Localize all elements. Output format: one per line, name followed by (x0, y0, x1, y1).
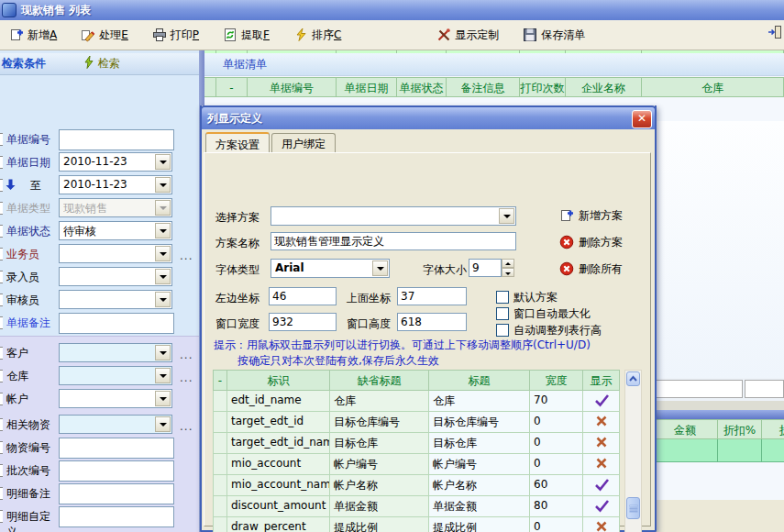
column-table-header-标识[interactable]: 标识 (227, 370, 330, 391)
table-row[interactable]: target_edt_id目标仓库编号目标仓库编号0 (213, 412, 620, 433)
帐户-combo[interactable] (59, 389, 172, 408)
checked-checkbox[interactable] (496, 324, 509, 337)
业务员-combo[interactable] (59, 244, 172, 263)
toolbar-button-process[interactable]: 处理E (75, 25, 134, 46)
column-table-header-显示[interactable]: 显示 (583, 370, 620, 391)
field-checkbox[interactable] (0, 133, 3, 146)
field-checkbox[interactable] (0, 418, 3, 431)
checkbox-默认方案[interactable]: 默认方案 (496, 291, 558, 304)
field-checkbox[interactable] (0, 347, 3, 360)
column-header-金额[interactable]: 金额 (653, 419, 718, 439)
column-header-单据日期[interactable]: 单据日期 (337, 77, 397, 97)
window-height-input[interactable] (397, 313, 467, 331)
toolbar-button-customize[interactable]: 显示定制 (431, 25, 504, 46)
table-row[interactable]: discount_amount单据金额单据金额80 (213, 496, 620, 517)
more-button[interactable]: ... (180, 249, 193, 262)
detail-grid-selected-row[interactable] (642, 439, 784, 462)
scrollbar-thumb[interactable] (626, 497, 640, 519)
delete-all-button[interactable]: 删除所有 (559, 259, 623, 279)
column-table-scrollbar[interactable] (624, 370, 642, 532)
物资编号-input[interactable] (59, 438, 174, 459)
table-row[interactable]: target_edt_id_nam目标仓库目标仓库0 (213, 433, 620, 454)
close-icon[interactable]: ✕ (632, 110, 652, 128)
column-header-仓库[interactable]: 仓库 (642, 77, 784, 97)
field-checkbox[interactable] (0, 225, 3, 238)
left-coord-input[interactable] (269, 287, 337, 305)
chevron-down-icon[interactable] (372, 260, 388, 276)
delete-plan-button[interactable]: 删除方案 (559, 232, 623, 252)
field-checkbox[interactable] (0, 370, 3, 382)
客户-combo[interactable] (59, 343, 172, 362)
field-checkbox[interactable] (0, 271, 3, 283)
column-table-header-缺省标题[interactable]: 缺省标题 (330, 370, 429, 391)
field-checkbox[interactable] (0, 156, 3, 169)
field-checkbox[interactable] (0, 316, 3, 329)
至-combo[interactable]: 2010-11-23 (59, 175, 172, 194)
toolbar-button-print[interactable]: 打印P (147, 25, 204, 46)
chevron-down-icon[interactable] (155, 345, 171, 360)
明细备注-input[interactable] (59, 483, 174, 504)
chevron-down-icon[interactable] (155, 223, 171, 238)
field-checkbox[interactable] (0, 248, 3, 260)
单据编号-input[interactable] (59, 129, 174, 150)
field-checkbox[interactable] (0, 202, 3, 215)
column-table-header--[interactable]: - (213, 370, 227, 391)
column-table-header-宽度[interactable]: 宽度 (530, 370, 583, 391)
field-checkbox[interactable] (0, 179, 3, 192)
单据备注-input[interactable] (59, 313, 174, 334)
checkbox-自动调整列表行高[interactable]: 自动调整列表行高 (496, 324, 602, 337)
table-row[interactable]: edt_id_name仓库仓库70 (213, 391, 620, 412)
审核员-combo[interactable] (59, 290, 172, 309)
table-row[interactable]: mio_account帐户编号帐户编号0 (213, 454, 620, 475)
font-size-input[interactable] (469, 259, 502, 277)
checked-checkbox[interactable] (496, 291, 509, 304)
table-row[interactable]: draw_percent提成比例提成比例0 (213, 517, 620, 532)
chevron-down-icon[interactable] (155, 154, 171, 170)
chevron-up-icon[interactable] (626, 371, 640, 386)
单据状态-combo[interactable]: 待审核 (59, 221, 172, 240)
plan-name-input[interactable] (271, 232, 516, 250)
exit-door-icon[interactable] (767, 25, 782, 42)
window-width-input[interactable] (269, 313, 337, 331)
仓库-combo[interactable] (59, 366, 172, 385)
toolbar-button-save-list[interactable]: 保存清单 (517, 25, 591, 46)
column-header-企业名称[interactable]: 企业名称 (566, 77, 642, 97)
field-checkbox[interactable] (0, 294, 3, 306)
column-header-打印次数[interactable]: 打印次数 (520, 77, 566, 97)
more-button[interactable]: ... (180, 349, 193, 361)
column-header-折[interactable]: 折 (762, 419, 784, 439)
chevron-down-icon[interactable] (155, 416, 171, 432)
unchecked-checkbox[interactable] (496, 307, 509, 320)
checkbox-窗口自动最大化[interactable]: 窗口自动最大化 (496, 307, 591, 320)
spin-down-icon[interactable] (502, 268, 514, 277)
录入员-combo[interactable] (59, 267, 172, 286)
column-table-header-标题[interactable]: 标题 (429, 370, 530, 391)
field-checkbox[interactable] (0, 510, 3, 523)
field-checkbox[interactable] (0, 487, 3, 500)
column-header--[interactable]: - (216, 77, 248, 97)
column-header-单据编号[interactable]: 单据编号 (248, 77, 337, 97)
批次编号-input[interactable] (59, 460, 174, 482)
相关物资-combo[interactable] (59, 415, 172, 434)
field-checkbox[interactable] (0, 393, 3, 405)
chevron-down-icon[interactable] (155, 368, 171, 383)
add-plan-button[interactable]: 新增方案 (559, 205, 623, 226)
field-checkbox[interactable] (0, 464, 3, 477)
明细自定义-input[interactable] (59, 506, 174, 527)
chevron-down-icon[interactable] (155, 269, 171, 284)
toolbar-button-sort[interactable]: 排序C (288, 25, 347, 46)
column-header-折扣%[interactable]: 折扣% (718, 419, 762, 439)
select-plan-combo[interactable] (271, 206, 516, 226)
table-row[interactable]: mio_account_nam帐户名称帐户名称60 (213, 475, 620, 496)
column-header-blank[interactable] (204, 77, 216, 97)
spin-up-icon[interactable] (502, 259, 514, 268)
toolbar-button-extract[interactable]: 提取F (217, 25, 275, 46)
more-button[interactable]: ... (180, 371, 193, 384)
column-header-备注信息[interactable]: 备注信息 (447, 77, 520, 97)
chevron-down-icon[interactable] (499, 208, 514, 224)
column-header-单据状态[interactable]: 单据状态 (397, 77, 447, 97)
单据日期-combo[interactable]: 2010-11-23 (59, 152, 172, 172)
toolbar-button-new[interactable]: 新增A (4, 25, 62, 46)
chevron-down-icon[interactable] (155, 292, 171, 307)
font-type-combo[interactable]: Arial (271, 259, 390, 278)
